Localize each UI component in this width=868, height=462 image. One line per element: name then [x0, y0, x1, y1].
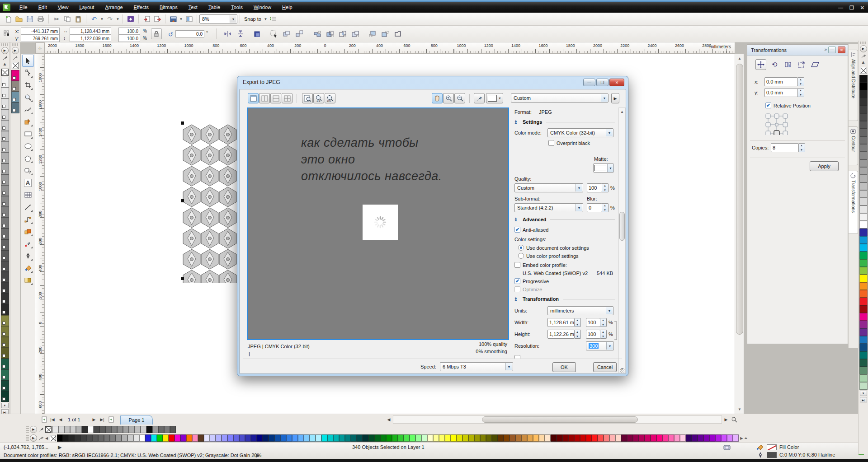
color-swatch[interactable]	[639, 434, 645, 442]
color-swatch[interactable]	[175, 434, 180, 442]
quality-spinner[interactable]	[602, 183, 609, 192]
color-swatch[interactable]	[551, 434, 557, 442]
color-swatch[interactable]	[1, 261, 9, 272]
palette-flyout-button[interactable]: ▶	[30, 426, 37, 433]
color-swatch[interactable]	[859, 351, 868, 359]
color-swatch[interactable]	[292, 434, 298, 442]
color-swatch[interactable]	[721, 434, 727, 442]
settings-scrollbar[interactable]: ▲ ▼	[618, 107, 626, 373]
copies-spinner[interactable]	[799, 143, 805, 152]
pick-tool[interactable]	[22, 55, 34, 67]
selection-handle[interactable]	[181, 121, 184, 125]
color-swatch[interactable]	[859, 182, 868, 190]
zoom-in-button[interactable]	[443, 93, 454, 103]
color-swatch[interactable]	[333, 434, 339, 442]
color-swatch[interactable]	[104, 434, 110, 442]
export-width-spinner[interactable]	[575, 318, 581, 327]
zoom-to-fit-button[interactable]	[302, 93, 313, 103]
full-preview-button[interactable]	[248, 93, 259, 103]
color-swatch[interactable]	[116, 434, 122, 442]
color-swatch[interactable]	[859, 374, 868, 382]
ruler-origin-button[interactable]: ⊹	[35, 42, 45, 54]
color-swatch[interactable]	[498, 434, 504, 442]
back-minus-front-button[interactable]	[380, 28, 391, 39]
color-swatch[interactable]	[139, 434, 145, 442]
collapse-advanced-icon[interactable]: ▲▲	[514, 218, 518, 221]
color-swatch[interactable]	[859, 259, 868, 267]
export-height-field[interactable]: 1,122.26 mm	[547, 330, 575, 339]
color-swatch[interactable]	[698, 434, 703, 442]
size-transform-button[interactable]	[796, 59, 807, 70]
palette-grip[interactable]	[1, 43, 8, 46]
color-swatch[interactable]	[1, 369, 9, 380]
color-swatch[interactable]	[859, 313, 868, 321]
tab-transformations[interactable]: Transformations	[849, 171, 858, 234]
color-swatch[interactable]	[1, 88, 9, 98]
color-swatch[interactable]	[239, 434, 245, 442]
color-swatch[interactable]	[1, 77, 9, 88]
no-color-swatch[interactable]	[860, 67, 867, 74]
mirror-horizontal-button[interactable]	[222, 28, 233, 39]
first-page-button[interactable]: |◀	[49, 415, 56, 424]
export-width-pct-field[interactable]: 100	[586, 318, 600, 327]
color-swatch[interactable]	[859, 205, 868, 213]
freehand-tool[interactable]	[22, 103, 34, 116]
color-swatch[interactable]	[227, 434, 233, 442]
menu-help[interactable]: Help	[277, 3, 298, 11]
color-swatch[interactable]	[368, 434, 374, 442]
color-swatch[interactable]	[80, 434, 86, 442]
color-swatch[interactable]	[645, 434, 651, 442]
color-swatch[interactable]	[859, 328, 868, 336]
zoom-out-button[interactable]	[454, 93, 465, 103]
color-swatch[interactable]	[859, 229, 868, 236]
color-swatch[interactable]	[82, 426, 88, 433]
ok-button[interactable]: OK	[552, 362, 576, 372]
color-swatch[interactable]	[859, 336, 868, 344]
lock-ratio-button[interactable]	[151, 28, 162, 39]
color-swatch[interactable]	[280, 434, 286, 442]
color-swatch[interactable]	[210, 434, 216, 442]
zoom-tool[interactable]	[22, 91, 34, 103]
menu-text[interactable]: Text	[183, 3, 203, 11]
shape-tool[interactable]	[22, 67, 34, 79]
color-swatch[interactable]	[715, 434, 721, 442]
color-swatch[interactable]	[859, 90, 868, 98]
color-swatch[interactable]	[1, 337, 9, 348]
tab-align-and-distribute[interactable]: Align and Distribute	[849, 50, 858, 121]
connector-tool[interactable]	[22, 213, 34, 225]
front-minus-back-button[interactable]	[367, 28, 378, 39]
two-horizontal-preview-button[interactable]	[270, 93, 281, 103]
text-tool[interactable]: A	[22, 177, 34, 189]
matte-color-well[interactable]: ▼	[486, 93, 503, 103]
color-swatch[interactable]	[859, 382, 868, 390]
rotate-transform-button[interactable]: ⟲	[769, 59, 780, 70]
color-swatch[interactable]	[515, 434, 521, 442]
color-swatch[interactable]	[327, 434, 333, 442]
settings-scroll-up[interactable]: ▲	[619, 108, 625, 115]
color-swatch[interactable]	[1, 391, 9, 402]
color-swatch[interactable]	[257, 434, 263, 442]
color-swatch[interactable]	[88, 426, 94, 433]
color-swatch[interactable]	[310, 434, 316, 442]
application-launcher-button[interactable]	[168, 14, 178, 24]
group-button[interactable]	[281, 28, 292, 39]
color-swatch[interactable]	[668, 434, 674, 442]
color-swatch[interactable]	[859, 221, 868, 229]
color-swatch[interactable]	[141, 426, 146, 433]
vertical-ruler[interactable]: 1800160014001200100080060040020002004006…	[35, 54, 45, 414]
color-swatch[interactable]	[170, 426, 176, 433]
ellipse-tool[interactable]	[22, 140, 34, 152]
zoom-100-button[interactable]: 100	[325, 93, 335, 103]
color-swatch[interactable]	[69, 434, 75, 442]
color-eyedropper-tool[interactable]	[22, 238, 34, 250]
monitor-icon[interactable]	[723, 445, 731, 451]
palette-scroll-left[interactable]: ◀	[45, 436, 48, 440]
docker-y-field[interactable]: 0.0 mm	[764, 88, 798, 97]
color-swatch[interactable]	[609, 434, 615, 442]
scroll-up-arrow[interactable]: ▲	[736, 55, 743, 62]
color-swatch[interactable]	[733, 434, 739, 442]
docker-y-spinner[interactable]	[798, 88, 804, 97]
color-swatch[interactable]	[709, 434, 715, 442]
quality-value-field[interactable]: 100	[587, 183, 602, 192]
color-swatch[interactable]	[127, 434, 133, 442]
